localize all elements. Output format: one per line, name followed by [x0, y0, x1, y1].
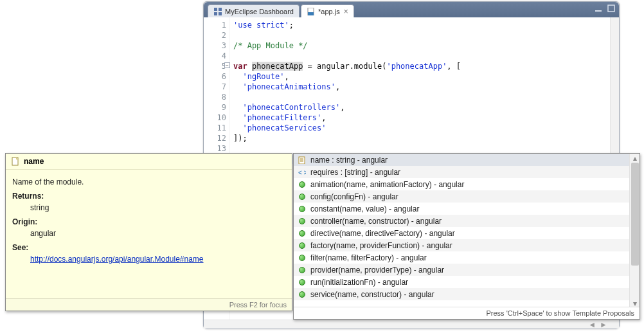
doc-returns-value: string [30, 203, 285, 212]
documentation-popup: name Name of the module. Returns: string… [5, 153, 292, 311]
line-number: 11 [204, 123, 226, 133]
doc-origin-label: Origin: [12, 217, 285, 226]
method-icon [298, 253, 307, 262]
line-number: 4 [204, 51, 226, 61]
doc-returns-label: Returns: [12, 192, 285, 201]
code-line[interactable]: 'phonecatControllers', [233, 102, 610, 113]
doc-file-icon [11, 157, 20, 166]
autocomplete-item[interactable]: controller(name, constructor) - angular [294, 215, 640, 227]
code-line[interactable]: 'phonecatFilters', [233, 113, 610, 123]
svg-rect-0 [214, 8, 217, 11]
code-line[interactable]: 'ngRoute', [233, 71, 610, 82]
doc-see-link[interactable]: http://docs.angularjs.org/api/angular.Mo… [30, 255, 204, 264]
code-line[interactable]: /* App Module */ [233, 41, 610, 51]
svg-rect-6 [595, 10, 602, 12]
autocomplete-item-label: provider(name, providerType) - angular [310, 266, 444, 275]
svg-rect-2 [214, 12, 217, 15]
autocomplete-item[interactable]: name : string - angular [294, 154, 640, 166]
fold-toggle-icon[interactable]: − [224, 62, 230, 68]
autocomplete-item-label: service(name, constructor) - angular [310, 290, 434, 299]
line-number: 13 [204, 143, 226, 154]
autocomplete-popup: name : string - angular< >requires : [st… [293, 153, 640, 320]
tag-icon: < > [298, 168, 307, 177]
autocomplete-item[interactable]: config(configFn) - angular [294, 190, 640, 203]
autocomplete-item-label: directive(name, directiveFactory) - angu… [310, 229, 455, 238]
line-number: 2 [204, 30, 226, 41]
autocomplete-item-label: factory(name, providerFunction) - angula… [310, 241, 452, 250]
tab-label: MyEclipse Dashboard [225, 8, 294, 15]
doc-see-label: See: [12, 243, 285, 252]
svg-rect-5 [308, 12, 314, 15]
autocomplete-item-label: animation(name, animationFactory) - angu… [310, 180, 464, 189]
autocomplete-item[interactable]: provider(name, providerType) - angular [294, 264, 640, 276]
tab-label: *app.js [318, 8, 340, 15]
scroll-down-icon[interactable]: ▾ [631, 299, 639, 307]
autocomplete-item[interactable]: < >requires : [string] - angular [294, 166, 640, 178]
code-line[interactable]: var phonecatApp = angular.module('phonec… [233, 61, 610, 71]
code-line[interactable]: 'use strict'; [233, 20, 610, 30]
svg-rect-3 [219, 12, 222, 15]
line-number: 3 [204, 41, 226, 51]
autocomplete-scrollbar[interactable]: ▴ ▾ [629, 154, 640, 307]
scrollbar-thumb[interactable] [631, 163, 639, 266]
autocomplete-item-label: filter(name, filterFactory) - angular [310, 253, 427, 262]
autocomplete-item[interactable]: service(name, constructor) - angular [294, 288, 640, 300]
code-line[interactable] [233, 30, 610, 41]
scroll-up-icon[interactable]: ▴ [631, 154, 639, 161]
svg-text:< >: < > [298, 169, 306, 176]
doc-description: Name of the module. [12, 177, 285, 186]
doc-popup-header: name [6, 154, 292, 170]
code-line[interactable]: ]); [233, 133, 610, 143]
autocomplete-item-label: constant(name, value) - angular [310, 204, 419, 213]
maximize-icon[interactable] [607, 5, 615, 12]
method-icon [298, 290, 307, 299]
line-number: 12 [204, 133, 226, 143]
autocomplete-item[interactable]: directive(name, directiveFactory) - angu… [294, 227, 640, 239]
autocomplete-item-label: controller(name, constructor) - angular [310, 217, 442, 226]
autocomplete-item[interactable]: factory(name, providerFunction) - angula… [294, 239, 640, 251]
method-icon [298, 229, 307, 238]
autocomplete-item[interactable]: animation(name, animationFactory) - angu… [294, 178, 640, 190]
method-icon [298, 180, 307, 189]
line-number: 6 [204, 71, 226, 82]
tab[interactable]: MyEclipse Dashboard [208, 5, 300, 17]
autocomplete-item-label: run(initializationFn) - angular [310, 278, 408, 287]
doc-origin-value: angular [30, 229, 285, 238]
method-icon [298, 278, 307, 287]
editor-tabbar: MyEclipse Dashboard*app.js× [204, 2, 619, 17]
method-icon [298, 241, 307, 250]
autocomplete-item-label: requires : [string] - angular [310, 168, 400, 177]
close-icon[interactable]: × [344, 7, 348, 16]
line-number: 10 [204, 113, 226, 123]
code-line[interactable]: 'phonecatAnimations', [233, 82, 610, 92]
doc-popup-body: Name of the module. Returns: string Orig… [6, 170, 292, 298]
tab-active[interactable]: *app.js× [301, 5, 354, 17]
code-line[interactable] [233, 92, 610, 102]
line-number: 1 [204, 20, 226, 30]
line-number: 8 [204, 92, 226, 102]
autocomplete-item[interactable]: filter(name, filterFactory) - angular [294, 251, 640, 264]
svg-rect-1 [219, 8, 222, 11]
autocomplete-item[interactable]: constant(name, value) - angular [294, 203, 640, 215]
autocomplete-footer: Press 'Ctrl+Space' to show Template Prop… [294, 307, 640, 319]
method-icon [298, 217, 307, 226]
js-file-icon [307, 7, 316, 16]
scroll-right-icon[interactable]: ► [600, 320, 607, 329]
scroll-left-icon[interactable]: ◄ [588, 320, 596, 329]
code-line[interactable]: 'phonecatServices' [233, 123, 610, 133]
line-number: 5− [204, 61, 226, 71]
panel-controls [595, 5, 615, 12]
method-icon [298, 266, 307, 275]
code-line[interactable] [233, 143, 610, 154]
autocomplete-item[interactable]: run(initializationFn) - angular [294, 276, 640, 288]
minimize-icon[interactable] [595, 5, 602, 12]
doc-popup-title: name [24, 157, 44, 166]
autocomplete-list: name : string - angular< >requires : [st… [294, 154, 640, 307]
grid-icon [213, 7, 222, 16]
method-icon [298, 192, 307, 201]
horizontal-scrollbar[interactable]: ◄ ► [204, 320, 619, 329]
prop-icon [298, 156, 307, 165]
line-number: 9 [204, 102, 226, 113]
autocomplete-item-label: name : string - angular [310, 156, 388, 165]
code-line[interactable] [233, 51, 610, 61]
